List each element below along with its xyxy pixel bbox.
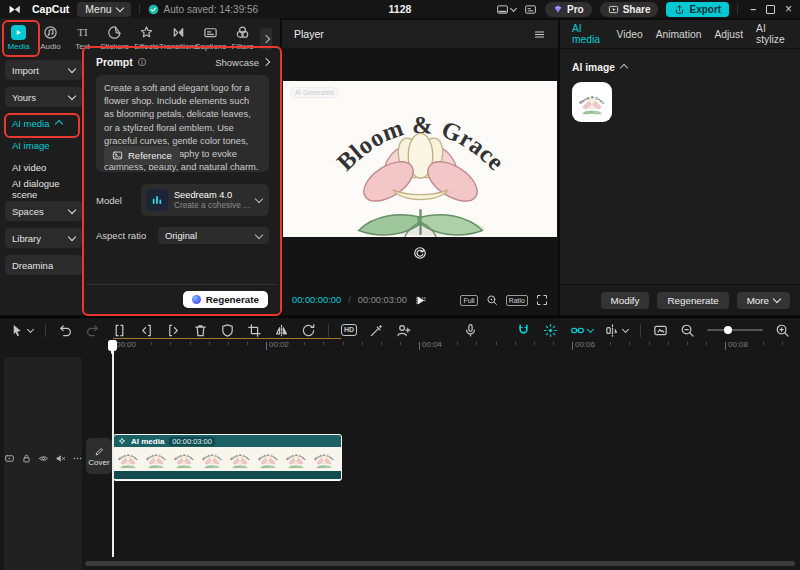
pro-badge[interactable]: Pro (545, 2, 592, 17)
timeline-ruler[interactable]: 00:0000:0200:0400:0600:08 (85, 340, 796, 355)
layout-switch-button[interactable] (496, 3, 516, 16)
crop-button[interactable] (247, 323, 262, 338)
model-dropdown[interactable]: Seedream 4.0 Create a cohesive ... (141, 184, 269, 216)
delete-button[interactable] (193, 323, 208, 338)
lock-button[interactable] (21, 453, 32, 464)
clip-header: AI media 00:00:03:00 (114, 435, 341, 447)
magnet-button[interactable] (516, 323, 531, 338)
aspect-ratio-label: Aspect ratio (96, 230, 158, 241)
zoom-in-button[interactable] (775, 323, 790, 338)
linkage-button[interactable] (570, 323, 593, 338)
compact-layout-button[interactable] (524, 3, 537, 16)
rotate-button[interactable] (301, 323, 316, 338)
cover-button[interactable]: Cover (86, 438, 112, 474)
media-tab-media[interactable]: Media (3, 25, 34, 51)
person-add-button[interactable] (396, 323, 411, 338)
sidebar-item-spaces[interactable]: Spaces (5, 201, 82, 221)
chevron-up-icon (54, 119, 62, 127)
select-button[interactable] (10, 323, 33, 338)
divider (45, 324, 46, 337)
chevron-down-icon (255, 230, 263, 238)
zoom-preview-button[interactable] (486, 294, 498, 306)
mirror-button[interactable] (274, 323, 289, 338)
eye-button[interactable] (38, 453, 49, 464)
app-name: CapCut (32, 3, 69, 15)
divider (640, 324, 641, 337)
tab-ai-stylize[interactable]: AI stylize (756, 23, 788, 45)
reference-button[interactable]: Reference (104, 146, 180, 165)
media-icon (11, 25, 26, 40)
preview-canvas[interactable]: AI Generated (283, 81, 557, 237)
track-main-button[interactable] (4, 453, 15, 464)
full-preview-button[interactable]: Full (460, 295, 477, 306)
undo-button[interactable] (58, 323, 73, 338)
aspect-ratio-dropdown[interactable]: Original (158, 227, 269, 244)
play-button[interactable] (414, 294, 427, 307)
horizontal-scrollbar[interactable] (85, 561, 795, 566)
player-controls: 00:00:00:00 / 00:00:03:00 Full Ratio (282, 285, 558, 315)
chevron-down-icon (68, 65, 76, 73)
minimize-button[interactable]: – (750, 3, 756, 15)
sidebar-item-ai-dialogue-scene[interactable]: AI dialogue scene (5, 179, 82, 199)
clip-frame-thumbnail (310, 447, 338, 471)
more-button[interactable] (72, 453, 83, 464)
divider (139, 4, 140, 14)
hd-button[interactable]: HD (341, 324, 357, 336)
sidebar-item-library[interactable]: Library (5, 228, 82, 248)
mute-button[interactable] (55, 453, 66, 464)
sidebar-item-ai-video[interactable]: AI video (5, 157, 82, 177)
ai-image-section-header[interactable]: AI image (572, 62, 788, 73)
redo-button[interactable] (85, 323, 100, 338)
timeline-zoom-slider[interactable] (707, 329, 763, 331)
share-button[interactable]: Share (600, 2, 659, 17)
trim-left-button[interactable] (139, 323, 154, 338)
preview-axis-button[interactable] (605, 323, 628, 338)
sidebar-item-import[interactable]: Import (5, 60, 82, 80)
fullscreen-button[interactable] (536, 294, 548, 306)
sidebar-item-ai-media[interactable]: AI media (5, 114, 82, 132)
ruler-tick (343, 342, 344, 345)
ai-media-clip[interactable]: AI media 00:00:03:00 (113, 434, 342, 481)
ai-image-thumbnail[interactable] (572, 82, 612, 122)
regenerate-button[interactable]: Regenerate (183, 291, 268, 308)
sidebar-item-label: Library (12, 233, 41, 244)
zoom-slider-knob[interactable] (724, 326, 732, 334)
ratio-button[interactable]: Ratio (506, 295, 528, 306)
player-menu-button[interactable] (533, 28, 546, 41)
mirror-icon (274, 323, 289, 338)
playhead-handle[interactable] (108, 340, 117, 351)
showcase-link[interactable]: Showcase (215, 57, 269, 68)
trim-right-button[interactable] (166, 323, 181, 338)
magnet-icon (516, 323, 531, 338)
zoom-out-button[interactable] (680, 323, 695, 338)
tab-video[interactable]: Video (617, 29, 643, 40)
wand-button[interactable] (369, 323, 384, 338)
tab-ai-media[interactable]: AI media (572, 23, 604, 45)
export-button[interactable]: Export (666, 2, 729, 17)
rotate-icon (413, 246, 427, 260)
snapping-button[interactable] (543, 323, 558, 338)
mic-button[interactable] (463, 323, 478, 338)
maximize-button[interactable] (766, 5, 775, 14)
sidebar-item-yours[interactable]: Yours (5, 87, 82, 107)
media-tab-audio[interactable]: Audio (35, 25, 66, 51)
sidebar-item-ai-image[interactable]: AI image (5, 135, 82, 155)
expand-icon (536, 294, 548, 306)
modify-button[interactable]: Modify (601, 292, 650, 309)
tab-adjust[interactable]: Adjust (714, 29, 743, 40)
audio-icon (43, 25, 58, 40)
screen-button[interactable] (653, 323, 668, 338)
menu-button[interactable]: Menu (77, 2, 130, 17)
sidebar-item-dreamina[interactable]: Dreamina (5, 255, 82, 275)
more-button[interactable]: More (737, 292, 790, 309)
model-description: Create a cohesive ... (174, 200, 250, 210)
ruler-tick (438, 342, 439, 345)
split-button[interactable] (112, 323, 127, 338)
prompt-textarea[interactable]: Create a soft and elegant logo for a flo… (96, 75, 269, 172)
check-circle-icon (148, 4, 159, 15)
close-button[interactable]: × (785, 2, 792, 16)
tab-animation[interactable]: Animation (656, 29, 702, 40)
rotate-handle[interactable] (413, 246, 427, 260)
mask-button[interactable] (220, 323, 235, 338)
regenerate-button-right[interactable]: Regenerate (657, 292, 728, 309)
